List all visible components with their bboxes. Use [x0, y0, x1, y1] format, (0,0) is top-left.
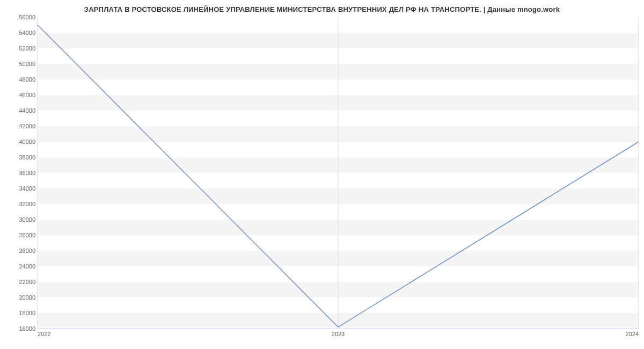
y-tick-label: 26000 [3, 248, 35, 254]
y-tick-label: 28000 [3, 232, 35, 238]
y-tick-label: 50000 [3, 61, 35, 67]
y-tick-label: 52000 [3, 45, 35, 52]
chart-container: ЗАРПЛАТА В РОСТОВСКОЕ ЛИНЕЙНОЕ УПРАВЛЕНИ… [0, 0, 644, 349]
x-tick-label: 2023 [332, 331, 345, 337]
chart-title: ЗАРПЛАТА В РОСТОВСКОЕ ЛИНЕЙНОЕ УПРАВЛЕНИ… [0, 5, 644, 13]
y-tick-label: 22000 [3, 279, 35, 285]
y-tick-label: 20000 [3, 294, 35, 301]
y-tick-label: 38000 [3, 154, 35, 161]
y-tick-label: 18000 [3, 310, 35, 316]
y-tick-label: 46000 [3, 92, 35, 98]
y-tick-label: 16000 [3, 325, 35, 332]
y-tick-label: 36000 [3, 170, 35, 176]
y-tick-label: 30000 [3, 216, 35, 223]
y-tick-label: 54000 [3, 30, 35, 36]
y-tick-label: 24000 [3, 263, 35, 270]
line-svg [38, 17, 639, 329]
y-tick-label: 32000 [3, 201, 35, 207]
y-tick-label: 44000 [3, 107, 35, 114]
x-tick-label: 2024 [626, 331, 639, 337]
plot-area [38, 17, 639, 329]
y-tick-label: 48000 [3, 76, 35, 83]
x-tick-label: 2022 [38, 331, 50, 337]
y-tick-label: 40000 [3, 139, 35, 145]
y-tick-label: 56000 [3, 14, 35, 20]
y-tick-label: 42000 [3, 123, 35, 129]
y-tick-label: 34000 [3, 185, 35, 192]
